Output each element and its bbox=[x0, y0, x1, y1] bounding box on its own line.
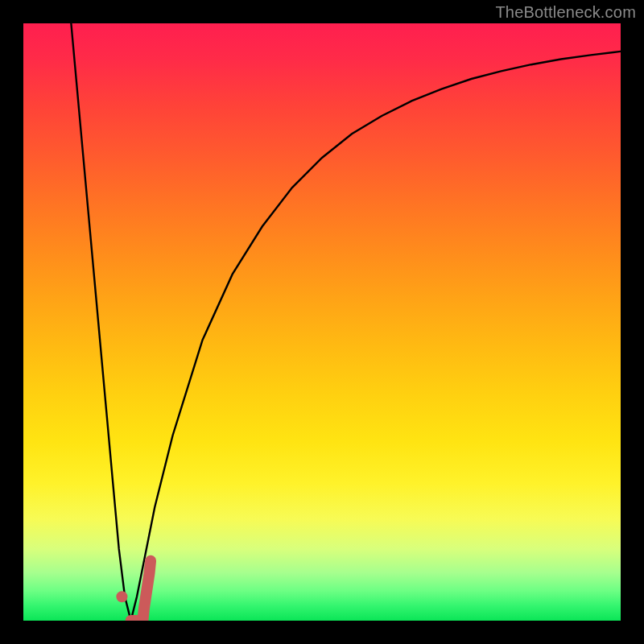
marker-dot bbox=[116, 591, 127, 602]
curve-right-branch bbox=[131, 52, 621, 621]
watermark-text: TheBottleneck.com bbox=[495, 3, 636, 22]
curve-left-branch bbox=[71, 23, 130, 621]
curves-svg bbox=[23, 23, 621, 621]
chart-stage: TheBottleneck.com bbox=[0, 0, 644, 644]
plot-area bbox=[23, 23, 621, 621]
